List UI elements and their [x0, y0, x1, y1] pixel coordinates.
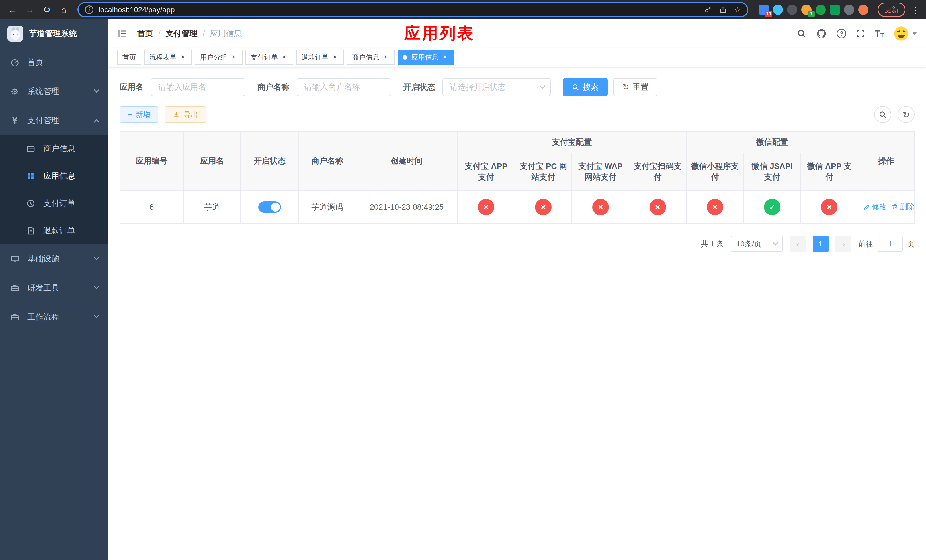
trash-icon [891, 203, 898, 210]
sidebar: 芋道管理系统 首页 系统管理 ¥ 支付管理 [0, 20, 108, 560]
avatar [894, 26, 909, 41]
tab-pay-orders[interactable]: 支付订单 × [245, 50, 293, 65]
browser-forward-button[interactable]: → [22, 2, 38, 18]
sidebar-collapse-icon[interactable] [117, 29, 127, 39]
browser-update-button[interactable]: 更新 [878, 3, 905, 17]
close-icon[interactable]: × [280, 53, 288, 61]
goto-page-input[interactable] [878, 236, 903, 252]
sidebar-item-refund-orders[interactable]: 退款订单 [0, 217, 108, 244]
wechat-lite-status-icon: × [707, 199, 723, 215]
breadcrumb-home[interactable]: 首页 [137, 28, 153, 39]
close-icon[interactable]: × [230, 53, 238, 61]
close-icon[interactable]: × [381, 53, 390, 61]
next-page-button[interactable]: › [835, 236, 851, 252]
delete-link[interactable]: 删除 [891, 202, 915, 212]
merchant-name-input[interactable] [297, 78, 391, 96]
close-icon[interactable]: × [331, 53, 339, 61]
page-size-value: 10条/页 [736, 239, 761, 249]
extension-orange-face[interactable] [858, 5, 869, 15]
github-icon[interactable] [816, 28, 827, 39]
table-row: 6 芋道 芋道源码 2021-10-23 08:49:25 × × × × × … [120, 191, 914, 224]
sidebar-item-payment[interactable]: ¥ 支付管理 [0, 106, 108, 135]
goto-label: 前往 [858, 239, 873, 249]
extension-colorful-badge: 1 [808, 11, 815, 17]
page-title: 应用列表 [404, 23, 475, 44]
sidebar-item-app-info[interactable]: 应用信息 [0, 162, 108, 190]
status-label: 开启状态 [403, 82, 435, 92]
cell-app-name: 芋道 [183, 191, 241, 224]
app-name-input[interactable] [151, 78, 245, 96]
search-icon[interactable] [797, 29, 806, 38]
search-button[interactable]: 搜索 [563, 78, 608, 96]
logo-avatar [8, 26, 23, 42]
enabled-toggle[interactable] [258, 201, 281, 213]
extension-colorful[interactable]: 1 [801, 5, 811, 15]
add-button-label: 新增 [136, 110, 150, 120]
help-icon[interactable]: ? [837, 29, 846, 38]
sidebar-logo[interactable]: 芋道管理系统 [0, 20, 108, 48]
sidebar-item-home[interactable]: 首页 [0, 48, 108, 77]
browser-home-button[interactable]: ⌂ [56, 2, 72, 18]
user-menu[interactable] [894, 26, 917, 41]
sidebar-item-system[interactable]: 系统管理 [0, 77, 108, 106]
password-key-icon[interactable] [704, 6, 712, 14]
sidebar-item-label: 基础设施 [27, 254, 59, 264]
extension-blue-diamond[interactable] [773, 5, 783, 15]
extension-gray-pin[interactable] [844, 5, 854, 15]
sidebar-item-workflow[interactable]: 工作流程 [0, 303, 108, 331]
card-icon [26, 144, 36, 153]
browser-reload-button[interactable]: ↻ [39, 2, 54, 18]
sidebar-item-pay-orders[interactable]: 支付订单 [0, 190, 108, 217]
page-1-button[interactable]: 1 [813, 236, 829, 252]
column-header: 应用编号 [120, 131, 183, 191]
refresh-table-button[interactable]: ↻ [897, 106, 915, 123]
status-select[interactable]: 请选择开启状态 [442, 78, 551, 96]
export-button[interactable]: 导出 [165, 106, 206, 123]
extension-blue-pin[interactable]: 10 [758, 5, 769, 15]
tab-refund-orders[interactable]: 退款订单 × [296, 50, 344, 65]
page-size-select[interactable]: 10条/页 [731, 236, 783, 252]
breadcrumb-payment[interactable]: 支付管理 [166, 28, 198, 39]
prev-page-button[interactable]: ‹ [790, 236, 806, 252]
extension-dark-circle[interactable] [787, 5, 797, 15]
fullscreen-icon[interactable] [856, 29, 865, 38]
filter-form: 应用名 商户名称 开启状态 请选择开启状态 [120, 78, 915, 96]
font-size-icon[interactable]: TT [875, 29, 884, 38]
sidebar-item-infrastructure[interactable]: 基础设施 [0, 244, 108, 274]
bookmark-star-icon[interactable]: ☆ [734, 5, 741, 15]
status-select-placeholder: 请选择开启状态 [450, 82, 506, 92]
tab-user-group[interactable]: 用户分组 × [195, 50, 243, 65]
share-icon[interactable] [719, 6, 727, 14]
address-bar[interactable]: i localhost:1024/pay/app ☆ [77, 2, 748, 17]
column-header: 支付宝 PC 网站支付 [515, 153, 572, 191]
breadcrumb-separator: / [158, 29, 160, 38]
reset-button[interactable]: ↻ 重置 [613, 78, 658, 96]
extension-green-chat[interactable] [830, 5, 840, 15]
tab-label: 应用信息 [411, 53, 439, 62]
chevron-down-icon [540, 83, 545, 89]
extension-green-check[interactable] [816, 5, 826, 15]
grid-icon [26, 171, 36, 180]
merchant-name-label: 商户名称 [257, 82, 289, 92]
sidebar-item-merchant-info[interactable]: 商户信息 [0, 135, 108, 162]
chevron-down-icon [94, 312, 99, 318]
tab-app-info[interactable]: 应用信息 × [398, 50, 454, 65]
alipay-pc-status-icon: × [535, 199, 552, 215]
cell-created-at: 2021-10-23 08:49:25 [356, 191, 458, 224]
add-button[interactable]: + 新增 [120, 106, 158, 123]
tab-home[interactable]: 首页 [117, 50, 141, 65]
browser-back-button[interactable]: ← [5, 2, 21, 18]
page-content: 应用名 商户名称 开启状态 请选择开启状态 [108, 67, 926, 560]
toggle-search-button[interactable] [874, 106, 891, 123]
tab-process-form[interactable]: 流程表单 × [144, 50, 192, 65]
sidebar-item-label: 系统管理 [27, 86, 59, 97]
sidebar-item-devtools[interactable]: 研发工具 [0, 274, 108, 303]
sidebar-item-label: 工作流程 [27, 312, 59, 322]
column-header: 操作 [858, 131, 914, 191]
browser-menu-icon[interactable]: ⋮ [910, 5, 921, 15]
close-icon[interactable]: × [179, 53, 187, 61]
site-info-icon[interactable]: i [85, 5, 94, 14]
edit-link[interactable]: 修改 [863, 202, 887, 212]
close-icon[interactable]: × [441, 53, 449, 61]
tab-merchant-info[interactable]: 商户信息 × [347, 50, 395, 65]
